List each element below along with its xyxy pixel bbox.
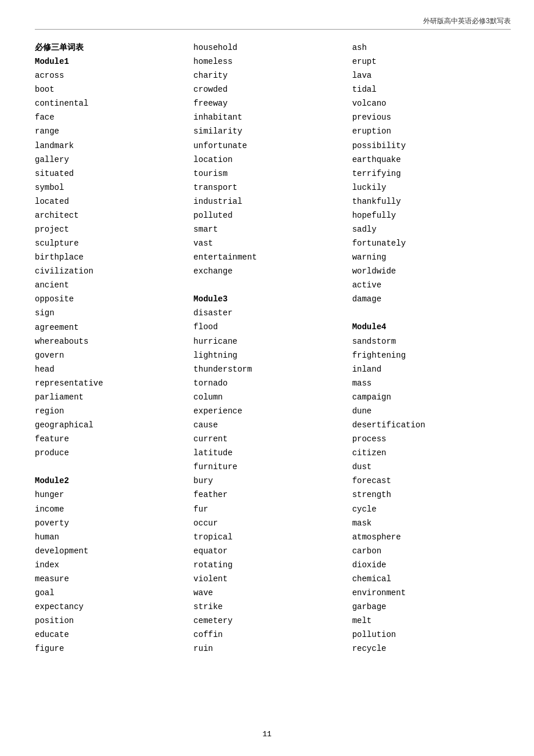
word-item: income	[35, 502, 193, 516]
word-item: location	[193, 153, 352, 167]
word-item: inhabitant	[193, 110, 352, 124]
page-number: 11	[262, 730, 272, 739]
word-item: carbon	[352, 544, 511, 558]
word-item: Module1	[35, 55, 193, 69]
column-3: asheruptlavatidalvolcanopreviouseruption…	[352, 41, 511, 656]
word-item: face	[35, 110, 193, 124]
word-item: gallery	[35, 153, 193, 167]
word-item: feature	[35, 432, 193, 446]
word-item: landmark	[35, 139, 193, 153]
word-item: column	[193, 390, 352, 404]
word-item: project	[35, 222, 193, 236]
word-item: worldwide	[352, 264, 511, 278]
word-item: tidal	[352, 82, 511, 96]
word-item: earthquake	[352, 153, 511, 167]
word-item: garbage	[352, 600, 511, 614]
word-item: unfortunate	[193, 139, 352, 153]
word-item: thunderstorm	[193, 362, 352, 376]
word-item: desertification	[352, 418, 511, 432]
word-item: tourism	[193, 167, 352, 181]
word-item: boot	[35, 82, 193, 96]
word-item: transport	[193, 181, 352, 195]
word-item: chemical	[352, 572, 511, 586]
word-item: hopefully	[352, 208, 511, 222]
word-item: fortunately	[352, 236, 511, 250]
word-item: strength	[352, 488, 511, 502]
word-item: tropical	[193, 530, 352, 544]
word-item: mass	[352, 376, 511, 390]
word-item: environment	[352, 586, 511, 600]
word-item: located	[35, 195, 193, 208]
word-item: agreement	[35, 321, 193, 334]
word-item: Module3	[193, 292, 352, 306]
word-item: crowded	[193, 82, 352, 96]
word-item: sadly	[352, 222, 511, 236]
word-item: damage	[352, 292, 511, 306]
word-item: poverty	[35, 516, 193, 530]
word-item: range	[35, 124, 193, 138]
word-item: rotating	[193, 558, 352, 572]
word-item: expectancy	[35, 600, 193, 614]
word-item: head	[35, 362, 193, 376]
word-item: experience	[193, 404, 352, 418]
word-item: lightning	[193, 348, 352, 362]
word-item: dioxide	[352, 558, 511, 572]
word-item: furniture	[193, 460, 352, 474]
spacer	[352, 306, 511, 320]
word-item: across	[35, 69, 193, 82]
word-item: citizen	[352, 446, 511, 460]
word-item: situated	[35, 167, 193, 181]
word-item: equator	[193, 544, 352, 558]
word-item: latitude	[193, 446, 352, 460]
word-item: occur	[193, 516, 352, 530]
word-item: warning	[352, 250, 511, 264]
word-item: wave	[193, 586, 352, 600]
word-item: pollution	[352, 628, 511, 642]
word-item: coffin	[193, 628, 352, 642]
word-item: mask	[352, 516, 511, 530]
word-item: bury	[193, 474, 352, 488]
word-item: 必修三单词表	[35, 41, 193, 55]
word-item: sandstorm	[352, 334, 511, 348]
word-item: Module4	[352, 320, 511, 334]
divider	[35, 29, 511, 30]
word-item: parliament	[35, 390, 193, 404]
word-item: measure	[35, 572, 193, 586]
word-item: active	[352, 278, 511, 292]
word-item: educate	[35, 628, 193, 642]
word-item: ancient	[35, 278, 193, 292]
word-item: vast	[193, 236, 352, 250]
word-item: exchange	[193, 264, 352, 278]
word-item: possibility	[352, 139, 511, 153]
word-item: position	[35, 614, 193, 628]
word-item: cemetery	[193, 614, 352, 628]
word-item: homeless	[193, 55, 352, 69]
word-item: continental	[35, 96, 193, 110]
word-item: charity	[193, 69, 352, 82]
word-item: sculpture	[35, 236, 193, 250]
word-item: figure	[35, 642, 193, 656]
word-item: recycle	[352, 642, 511, 656]
word-item: feather	[193, 488, 352, 502]
word-item: opposite	[35, 292, 193, 306]
word-item: whereabouts	[35, 334, 193, 348]
word-item: human	[35, 530, 193, 544]
word-item: sign	[35, 306, 193, 320]
word-item: civilization	[35, 264, 193, 278]
word-item: hurricane	[193, 334, 352, 348]
word-item: development	[35, 544, 193, 558]
word-item: forecast	[352, 474, 511, 488]
word-item: goal	[35, 586, 193, 600]
word-item: architect	[35, 208, 193, 222]
word-item: inland	[352, 362, 511, 376]
word-item: smart	[193, 222, 352, 236]
word-item: lava	[352, 69, 511, 82]
word-item: symbol	[35, 181, 193, 195]
word-item: dune	[352, 404, 511, 418]
column-2: householdhomelesscharitycrowdedfreewayin…	[193, 41, 352, 656]
word-item: frightening	[352, 348, 511, 362]
word-item: produce	[35, 446, 193, 460]
word-item: hunger	[35, 488, 193, 502]
word-item: Module2	[35, 474, 193, 488]
word-item: region	[35, 404, 193, 418]
